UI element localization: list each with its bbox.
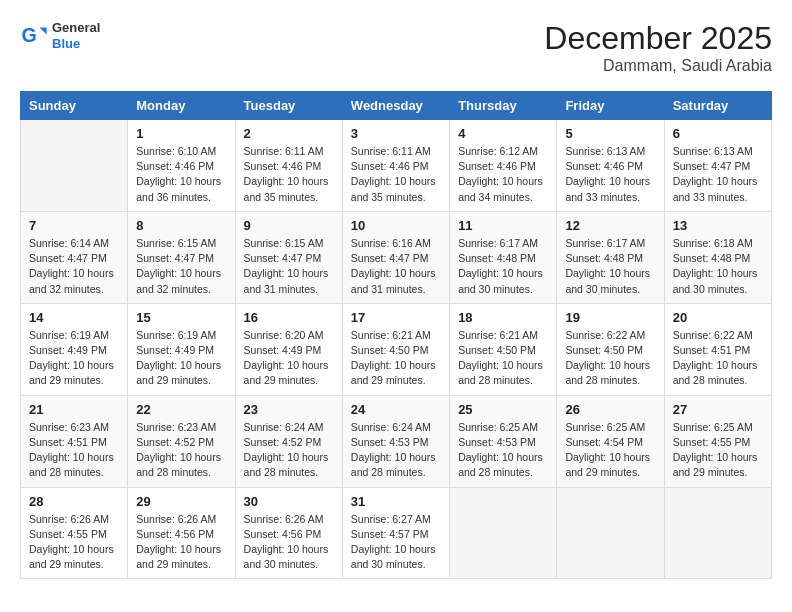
calendar-cell: 7Sunrise: 6:14 AM Sunset: 4:47 PM Daylig…	[21, 211, 128, 303]
day-number: 10	[351, 218, 441, 233]
calendar-cell: 5Sunrise: 6:13 AM Sunset: 4:46 PM Daylig…	[557, 120, 664, 212]
calendar-cell: 2Sunrise: 6:11 AM Sunset: 4:46 PM Daylig…	[235, 120, 342, 212]
month-title: December 2025	[544, 20, 772, 57]
day-info: Sunrise: 6:26 AM Sunset: 4:55 PM Dayligh…	[29, 512, 119, 573]
day-number: 4	[458, 126, 548, 141]
day-info: Sunrise: 6:22 AM Sunset: 4:50 PM Dayligh…	[565, 328, 655, 389]
calendar-cell: 16Sunrise: 6:20 AM Sunset: 4:49 PM Dayli…	[235, 303, 342, 395]
day-info: Sunrise: 6:14 AM Sunset: 4:47 PM Dayligh…	[29, 236, 119, 297]
day-number: 26	[565, 402, 655, 417]
day-number: 17	[351, 310, 441, 325]
calendar-cell: 19Sunrise: 6:22 AM Sunset: 4:50 PM Dayli…	[557, 303, 664, 395]
day-info: Sunrise: 6:26 AM Sunset: 4:56 PM Dayligh…	[136, 512, 226, 573]
calendar-week-5: 28Sunrise: 6:26 AM Sunset: 4:55 PM Dayli…	[21, 487, 772, 579]
calendar-cell: 9Sunrise: 6:15 AM Sunset: 4:47 PM Daylig…	[235, 211, 342, 303]
day-number: 3	[351, 126, 441, 141]
day-header-friday: Friday	[557, 92, 664, 120]
day-number: 14	[29, 310, 119, 325]
calendar-cell	[664, 487, 771, 579]
day-header-monday: Monday	[128, 92, 235, 120]
day-number: 22	[136, 402, 226, 417]
calendar-cell: 18Sunrise: 6:21 AM Sunset: 4:50 PM Dayli…	[450, 303, 557, 395]
day-info: Sunrise: 6:23 AM Sunset: 4:52 PM Dayligh…	[136, 420, 226, 481]
day-number: 25	[458, 402, 548, 417]
day-number: 12	[565, 218, 655, 233]
day-info: Sunrise: 6:21 AM Sunset: 4:50 PM Dayligh…	[458, 328, 548, 389]
day-info: Sunrise: 6:11 AM Sunset: 4:46 PM Dayligh…	[351, 144, 441, 205]
day-info: Sunrise: 6:27 AM Sunset: 4:57 PM Dayligh…	[351, 512, 441, 573]
calendar-cell: 30Sunrise: 6:26 AM Sunset: 4:56 PM Dayli…	[235, 487, 342, 579]
day-info: Sunrise: 6:23 AM Sunset: 4:51 PM Dayligh…	[29, 420, 119, 481]
day-header-wednesday: Wednesday	[342, 92, 449, 120]
day-number: 24	[351, 402, 441, 417]
calendar-cell: 17Sunrise: 6:21 AM Sunset: 4:50 PM Dayli…	[342, 303, 449, 395]
calendar-cell: 23Sunrise: 6:24 AM Sunset: 4:52 PM Dayli…	[235, 395, 342, 487]
day-info: Sunrise: 6:13 AM Sunset: 4:47 PM Dayligh…	[673, 144, 763, 205]
day-info: Sunrise: 6:22 AM Sunset: 4:51 PM Dayligh…	[673, 328, 763, 389]
day-number: 7	[29, 218, 119, 233]
day-info: Sunrise: 6:25 AM Sunset: 4:53 PM Dayligh…	[458, 420, 548, 481]
day-info: Sunrise: 6:21 AM Sunset: 4:50 PM Dayligh…	[351, 328, 441, 389]
day-info: Sunrise: 6:26 AM Sunset: 4:56 PM Dayligh…	[244, 512, 334, 573]
logo-general: General	[52, 20, 100, 36]
day-info: Sunrise: 6:25 AM Sunset: 4:54 PM Dayligh…	[565, 420, 655, 481]
calendar-cell: 26Sunrise: 6:25 AM Sunset: 4:54 PM Dayli…	[557, 395, 664, 487]
calendar-cell: 11Sunrise: 6:17 AM Sunset: 4:48 PM Dayli…	[450, 211, 557, 303]
day-number: 23	[244, 402, 334, 417]
day-number: 28	[29, 494, 119, 509]
calendar-cell: 1Sunrise: 6:10 AM Sunset: 4:46 PM Daylig…	[128, 120, 235, 212]
day-info: Sunrise: 6:24 AM Sunset: 4:53 PM Dayligh…	[351, 420, 441, 481]
day-header-saturday: Saturday	[664, 92, 771, 120]
calendar-cell: 14Sunrise: 6:19 AM Sunset: 4:49 PM Dayli…	[21, 303, 128, 395]
day-info: Sunrise: 6:19 AM Sunset: 4:49 PM Dayligh…	[29, 328, 119, 389]
day-info: Sunrise: 6:15 AM Sunset: 4:47 PM Dayligh…	[136, 236, 226, 297]
day-number: 15	[136, 310, 226, 325]
day-info: Sunrise: 6:17 AM Sunset: 4:48 PM Dayligh…	[458, 236, 548, 297]
day-info: Sunrise: 6:11 AM Sunset: 4:46 PM Dayligh…	[244, 144, 334, 205]
logo: G General Blue	[20, 20, 100, 51]
calendar-cell	[557, 487, 664, 579]
calendar-cell: 25Sunrise: 6:25 AM Sunset: 4:53 PM Dayli…	[450, 395, 557, 487]
day-number: 8	[136, 218, 226, 233]
calendar-cell: 12Sunrise: 6:17 AM Sunset: 4:48 PM Dayli…	[557, 211, 664, 303]
location-title: Dammam, Saudi Arabia	[544, 57, 772, 75]
day-info: Sunrise: 6:24 AM Sunset: 4:52 PM Dayligh…	[244, 420, 334, 481]
day-info: Sunrise: 6:15 AM Sunset: 4:47 PM Dayligh…	[244, 236, 334, 297]
day-number: 20	[673, 310, 763, 325]
calendar-cell: 24Sunrise: 6:24 AM Sunset: 4:53 PM Dayli…	[342, 395, 449, 487]
calendar-cell	[21, 120, 128, 212]
day-info: Sunrise: 6:17 AM Sunset: 4:48 PM Dayligh…	[565, 236, 655, 297]
calendar-cell: 29Sunrise: 6:26 AM Sunset: 4:56 PM Dayli…	[128, 487, 235, 579]
day-number: 13	[673, 218, 763, 233]
calendar-week-3: 14Sunrise: 6:19 AM Sunset: 4:49 PM Dayli…	[21, 303, 772, 395]
logo-icon: G	[20, 22, 48, 50]
calendar-header-row: SundayMondayTuesdayWednesdayThursdayFrid…	[21, 92, 772, 120]
day-info: Sunrise: 6:20 AM Sunset: 4:49 PM Dayligh…	[244, 328, 334, 389]
calendar-week-2: 7Sunrise: 6:14 AM Sunset: 4:47 PM Daylig…	[21, 211, 772, 303]
day-number: 18	[458, 310, 548, 325]
calendar-cell: 4Sunrise: 6:12 AM Sunset: 4:46 PM Daylig…	[450, 120, 557, 212]
day-number: 30	[244, 494, 334, 509]
day-header-thursday: Thursday	[450, 92, 557, 120]
day-info: Sunrise: 6:12 AM Sunset: 4:46 PM Dayligh…	[458, 144, 548, 205]
page-header: G General Blue December 2025 Dammam, Sau…	[20, 20, 772, 75]
day-info: Sunrise: 6:16 AM Sunset: 4:47 PM Dayligh…	[351, 236, 441, 297]
calendar-cell: 20Sunrise: 6:22 AM Sunset: 4:51 PM Dayli…	[664, 303, 771, 395]
day-number: 9	[244, 218, 334, 233]
logo-text: General Blue	[52, 20, 100, 51]
day-info: Sunrise: 6:19 AM Sunset: 4:49 PM Dayligh…	[136, 328, 226, 389]
calendar-cell: 3Sunrise: 6:11 AM Sunset: 4:46 PM Daylig…	[342, 120, 449, 212]
calendar-cell: 13Sunrise: 6:18 AM Sunset: 4:48 PM Dayli…	[664, 211, 771, 303]
calendar-table: SundayMondayTuesdayWednesdayThursdayFrid…	[20, 91, 772, 579]
day-number: 19	[565, 310, 655, 325]
day-number: 11	[458, 218, 548, 233]
logo-blue: Blue	[52, 36, 100, 52]
day-header-sunday: Sunday	[21, 92, 128, 120]
day-number: 16	[244, 310, 334, 325]
svg-marker-1	[40, 27, 47, 34]
day-number: 21	[29, 402, 119, 417]
svg-text:G: G	[21, 23, 36, 45]
day-info: Sunrise: 6:25 AM Sunset: 4:55 PM Dayligh…	[673, 420, 763, 481]
calendar-cell	[450, 487, 557, 579]
calendar-cell: 10Sunrise: 6:16 AM Sunset: 4:47 PM Dayli…	[342, 211, 449, 303]
